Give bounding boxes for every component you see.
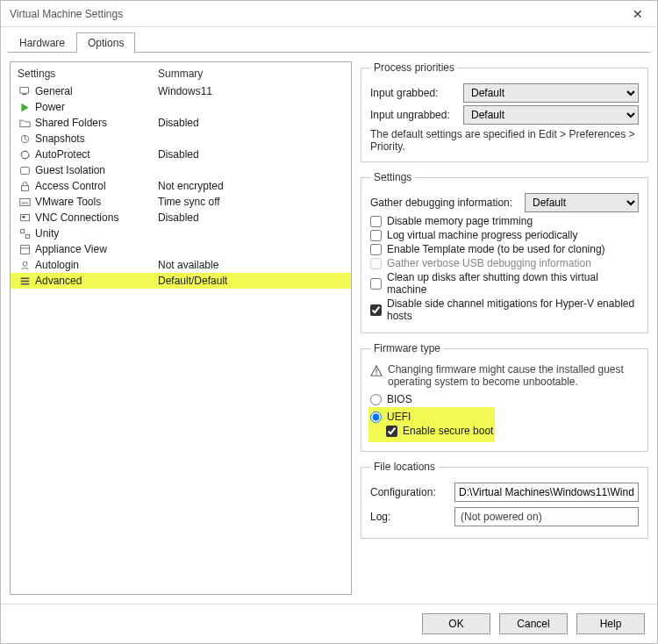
settings-row-name: Autologin [35, 259, 158, 271]
legend-firmware: Firmware type [370, 342, 444, 354]
folder-icon [18, 117, 32, 129]
settings-row-guest-isolation[interactable]: Guest Isolation [11, 162, 351, 178]
settings-row-power[interactable]: Power [11, 99, 351, 115]
monitor-icon [18, 85, 32, 97]
chk-template-mode[interactable]: Enable Template mode (to be used for clo… [370, 243, 639, 255]
settings-row-snapshots[interactable]: Snapshots [11, 131, 351, 147]
label-input-ungrabbed: Input ungrabbed: [370, 109, 458, 121]
right-panel: Process priorities Input grabbed: Defaul… [361, 61, 648, 595]
column-header-summary[interactable]: Summary [158, 68, 344, 80]
settings-list[interactable]: GeneralWindows11PowerShared FoldersDisab… [11, 83, 351, 594]
input-configuration-path[interactable] [454, 483, 639, 502]
isolation-icon [18, 164, 32, 176]
unity-icon [18, 227, 32, 240]
advanced-icon [18, 275, 32, 287]
settings-row-access-control[interactable]: Access ControlNot encrypted [11, 178, 351, 194]
group-file-locations: File locations Configuration: Log: (Not … [361, 461, 648, 539]
snapshot-icon [18, 132, 32, 145]
tab-options[interactable]: Options [76, 32, 135, 53]
settings-row-name: VMware Tools [35, 196, 158, 208]
chk-secure-boot[interactable]: Enable secure boot [386, 425, 493, 437]
settings-row-autoprotect[interactable]: AutoProtectDisabled [11, 147, 351, 162]
settings-row-name: Advanced [35, 275, 158, 287]
settings-row-shared-folders[interactable]: Shared FoldersDisabled [11, 115, 351, 131]
close-button[interactable]: ✕ [618, 1, 657, 27]
radio-uefi[interactable]: UEFI [370, 411, 493, 423]
dialog-button-bar: OK Cancel Help [1, 604, 657, 643]
svg-point-13 [23, 261, 27, 266]
vm-icon: vm [18, 196, 32, 208]
settings-row-name: Shared Folders [35, 117, 158, 129]
group-settings: Settings Gather debugging information: D… [361, 171, 648, 333]
settings-row-name: General [35, 85, 158, 97]
settings-row-name: Unity [35, 227, 158, 240]
power-icon [18, 101, 32, 113]
svg-rect-9 [22, 216, 25, 218]
appliance-icon [18, 243, 32, 255]
settings-row-general[interactable]: GeneralWindows11 [11, 83, 351, 99]
chk-usb-verbose: Gather verbose USB debugging information [370, 257, 639, 269]
settings-row-unity[interactable]: Unity [11, 225, 351, 241]
settings-row-summary: Disabled [158, 117, 344, 129]
label-input-grabbed: Input grabbed: [370, 87, 458, 99]
vnc-icon [18, 211, 32, 224]
chk-log-progress[interactable]: Log virtual machine progress periodicall… [370, 229, 639, 241]
svg-rect-11 [25, 234, 29, 238]
chk-cleanup-disks[interactable]: Clean up disks after shutting down this … [370, 271, 639, 296]
settings-row-summary: Not encrypted [158, 180, 344, 192]
tab-hardware[interactable]: Hardware [8, 32, 76, 53]
svg-text:vm: vm [21, 199, 28, 204]
settings-row-summary: Windows11 [158, 85, 344, 97]
settings-list-panel: Settings Summary GeneralWindows11PowerSh… [10, 61, 352, 595]
ok-button[interactable]: OK [422, 613, 490, 634]
log-path-display: (Not powered on) [454, 507, 639, 526]
svg-rect-18 [375, 374, 376, 375]
settings-row-name: Access Control [35, 180, 158, 192]
radio-bios[interactable]: BIOS [370, 393, 639, 405]
settings-row-appliance-view[interactable]: Appliance View [11, 241, 351, 257]
settings-row-name: Appliance View [35, 243, 158, 255]
label-log: Log: [370, 511, 449, 523]
settings-row-summary: Disabled [158, 211, 344, 224]
help-button[interactable]: Help [576, 613, 645, 634]
svg-rect-14 [20, 277, 29, 279]
legend-process: Process priorities [370, 61, 458, 74]
settings-row-summary: Default/Default [158, 275, 344, 287]
settings-row-name: Guest Isolation [35, 164, 158, 176]
warning-icon [370, 363, 383, 380]
dialog-body: Settings Summary GeneralWindows11PowerSh… [1, 53, 657, 604]
label-gather-debug: Gather debugging information: [370, 197, 519, 209]
settings-row-name: Power [35, 101, 158, 113]
select-input-grabbed[interactable]: Default [463, 83, 639, 103]
settings-row-vmware-tools[interactable]: vmVMware ToolsTime sync off [11, 194, 351, 210]
autoprotect-icon [18, 148, 32, 161]
svg-rect-15 [20, 280, 29, 282]
settings-list-header: Settings Summary [11, 62, 351, 83]
settings-row-summary: Disabled [158, 148, 344, 161]
chk-sidechannel[interactable]: Disable side channel mitigations for Hyp… [370, 297, 639, 322]
legend-files: File locations [370, 461, 439, 473]
svg-rect-16 [20, 283, 29, 284]
process-note: The default settings are specified in Ed… [370, 128, 639, 153]
svg-rect-0 [19, 87, 28, 93]
select-gather-debug[interactable]: Default [525, 193, 639, 212]
cancel-button[interactable]: Cancel [499, 613, 568, 634]
chk-disable-trim[interactable]: Disable memory page trimming [370, 215, 639, 227]
group-firmware-type: Firmware type Changing firmware might ca… [361, 342, 648, 452]
title-bar: Virtual Machine Settings ✕ [1, 1, 657, 27]
tabstrip: Hardware Options [1, 27, 657, 53]
settings-row-vnc-connections[interactable]: VNC ConnectionsDisabled [11, 210, 351, 225]
settings-row-summary: Time sync off [158, 196, 344, 208]
label-configuration: Configuration: [370, 486, 449, 498]
column-header-settings[interactable]: Settings [18, 68, 158, 80]
svg-rect-17 [375, 369, 376, 372]
settings-row-advanced[interactable]: AdvancedDefault/Default [11, 273, 351, 289]
svg-rect-1 [22, 93, 26, 94]
settings-row-name: AutoProtect [35, 148, 158, 161]
settings-row-autologin[interactable]: AutologinNot available [11, 257, 351, 273]
firmware-highlight: UEFI Enable secure boot [368, 407, 495, 442]
settings-row-name: VNC Connections [35, 211, 158, 224]
select-input-ungrabbed[interactable]: Default [463, 105, 639, 125]
group-process-priorities: Process priorities Input grabbed: Defaul… [361, 61, 648, 162]
firmware-warning: Changing firmware might cause the instal… [370, 363, 639, 388]
